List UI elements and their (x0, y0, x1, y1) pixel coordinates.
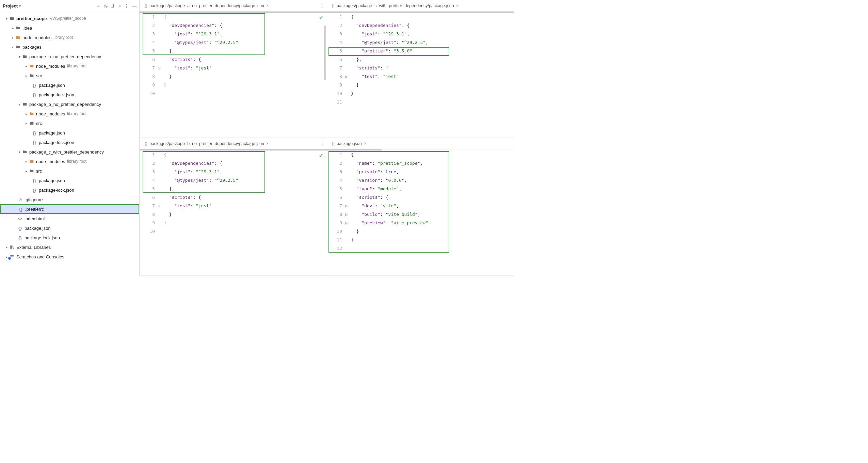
code-line[interactable]: } (164, 81, 327, 89)
tree-gitignore[interactable]: ⊘ .gitignore (0, 195, 139, 204)
tree-pkg-a-nm[interactable]: ▸ node_modules library root (0, 61, 139, 71)
target-icon[interactable]: ◎ (104, 3, 108, 9)
close-icon[interactable]: × (266, 3, 269, 8)
code-c[interactable]: 1{2 "devDependencies": {3 "jest": "^29.3… (327, 13, 514, 106)
tabbar-root: {} package.json × (327, 138, 514, 149)
close-icon[interactable]: × (364, 141, 367, 146)
code-line[interactable] (351, 244, 514, 253)
tree-pkg-c-json[interactable]: {} package.json (0, 176, 139, 185)
scrollbar[interactable] (324, 26, 326, 80)
add-icon[interactable]: ＋ (96, 3, 100, 9)
tab-c[interactable]: {} packages/package_c_with_prettier_depe… (329, 2, 461, 10)
code-line[interactable]: "private": true, (351, 167, 514, 176)
code-line[interactable]: "version": "0.0.0", (351, 176, 514, 185)
code-line[interactable]: }, (164, 47, 327, 55)
code-line[interactable]: "jest": "^29.3.1", (164, 167, 327, 176)
code-line[interactable]: "devDependencies": { (351, 21, 514, 30)
tree-pkg-a-json[interactable]: {} package.json (0, 80, 139, 90)
code-line[interactable]: "test": "jest" (351, 72, 514, 81)
tree-root-pkg[interactable]: {} package.json (0, 223, 139, 233)
code-line[interactable]: "jest": "^29.3.1", (351, 30, 514, 38)
tab-b[interactable]: {} packages/package_b_no_prettier_depend… (142, 140, 272, 147)
tree-pkg-c[interactable]: ▾ package_c_with_prettier_dependency (0, 147, 139, 157)
code-line[interactable]: "scripts": { (164, 193, 327, 202)
code-line[interactable]: "dev": "vite", (351, 202, 514, 210)
code-line[interactable]: "@types/jest": "^29.2.5" (164, 176, 327, 185)
more-icon[interactable]: ⋮ (124, 3, 129, 9)
code-line[interactable]: }, (351, 55, 514, 64)
code-line[interactable] (351, 98, 514, 106)
tab-a[interactable]: {} packages/package_a_no_prettier_depend… (142, 2, 272, 10)
run-icon[interactable]: ▷ (345, 220, 348, 225)
more-icon[interactable]: ⋮ (319, 2, 325, 9)
code-line[interactable]: "@types/jest": "^29.2.5", (351, 38, 514, 47)
minimize-icon[interactable]: — (132, 3, 136, 9)
code-line[interactable]: "@types/jest": "^29.2.5" (164, 38, 327, 47)
tree-pkg-c-src[interactable]: ▸ src (0, 166, 139, 176)
code-line[interactable]: "test": "jest" (164, 64, 327, 72)
line-number: 7 (140, 64, 155, 72)
code-line[interactable]: "type": "module", (351, 185, 514, 193)
tree-pkg-a-lock[interactable]: {} package-lock.json (0, 90, 139, 99)
code-line[interactable]: } (164, 72, 327, 81)
close-icon[interactable]: × (456, 3, 459, 8)
tree-scratches[interactable]: ▸ Scratches and Consoles (0, 252, 139, 261)
code-line[interactable]: { (351, 13, 514, 21)
code-line[interactable]: } (164, 210, 327, 219)
tree-packages[interactable]: ▾ packages (0, 42, 139, 52)
tree-pkg-b-src[interactable]: ▸ src (0, 118, 139, 128)
code-line[interactable]: "build": "vite build", (351, 210, 514, 219)
tree-pkg-b[interactable]: ▾ package_b_no_prettier_dependency (0, 99, 139, 109)
tree-node-modules-root[interactable]: ▸ node_modules library root (0, 33, 139, 42)
tree-pkg-b-json[interactable]: {} package.json (0, 128, 139, 138)
code-line[interactable]: } (351, 236, 514, 244)
more-icon[interactable]: ⋮ (319, 140, 325, 147)
run-icon[interactable]: ▷ (158, 65, 161, 70)
line-number: 8 (140, 72, 155, 81)
tree-pkg-b-nm[interactable]: ▸ node_modules library root (0, 109, 139, 118)
code-root[interactable]: 1{2 "name": "prettier_scope",3 "private"… (327, 150, 514, 253)
sidebar-title[interactable]: Project ▾ (3, 3, 21, 9)
collapse-icon[interactable]: ⇵ (111, 3, 115, 9)
code-line[interactable] (164, 227, 327, 236)
code-line[interactable]: { (351, 150, 514, 159)
code-line[interactable]: } (351, 81, 514, 89)
tree-pkg-a-src[interactable]: ▸ src (0, 71, 139, 80)
tab-root[interactable]: {} package.json × (329, 140, 369, 147)
run-icon[interactable]: ▷ (345, 212, 348, 217)
code-a[interactable]: 1{2 "devDependencies": {3 "jest": "^29.3… (140, 13, 327, 98)
code-line[interactable]: "preview": "vite preview" (351, 219, 514, 227)
code-line[interactable]: } (351, 89, 514, 98)
close-icon[interactable]: × (266, 141, 269, 146)
tree-ext-lib[interactable]: ▸ External Libraries (0, 242, 139, 252)
code-line[interactable]: "devDependencies": { (164, 159, 327, 167)
run-icon[interactable]: ▷ (158, 203, 161, 208)
code-b[interactable]: 1{2 "devDependencies": {3 "jest": "^29.3… (140, 150, 327, 236)
run-icon[interactable]: ▷ (345, 74, 348, 79)
tree-pkg-c-nm[interactable]: ▸ node_modules library root (0, 157, 139, 166)
code-line[interactable]: } (164, 219, 327, 227)
tree-pkg-a[interactable]: ▾ package_a_no_prettier_dependency (0, 52, 139, 61)
tree-pkg-c-lock[interactable]: {} package-lock.json (0, 185, 139, 195)
code-line[interactable]: "scripts": { (351, 64, 514, 72)
code-line[interactable]: "prettier": "3.5.0" (351, 47, 514, 55)
code-line[interactable]: "jest": "^29.3.1", (164, 30, 327, 38)
code-line[interactable]: { (164, 150, 327, 159)
tree-root-lock[interactable]: {} package-lock.json (0, 233, 139, 242)
code-line[interactable]: } (351, 227, 514, 236)
code-line[interactable]: "name": "prettier_scope", (351, 159, 514, 167)
close-panel-icon[interactable]: × (118, 3, 121, 9)
code-line[interactable]: "scripts": { (164, 55, 327, 64)
code-line[interactable]: }, (164, 185, 327, 193)
tree-indexhtml[interactable]: <> index.html (0, 214, 139, 223)
code-line[interactable] (164, 89, 327, 98)
tree-pkg-b-lock[interactable]: {} package-lock.json (0, 138, 139, 147)
code-line[interactable]: { (164, 13, 327, 21)
code-line[interactable]: "devDependencies": { (164, 21, 327, 30)
tree-idea[interactable]: ▸ .idea (0, 23, 139, 33)
code-line[interactable]: "test": "jest" (164, 202, 327, 210)
run-icon[interactable]: ▷ (345, 203, 348, 208)
tree-prettierrc[interactable]: {} .prettierrc (0, 204, 139, 214)
tree-root[interactable]: ▾ prettier_scope ~/WS/prettier_scope (0, 14, 139, 23)
code-line[interactable]: "scripts": { (351, 193, 514, 202)
